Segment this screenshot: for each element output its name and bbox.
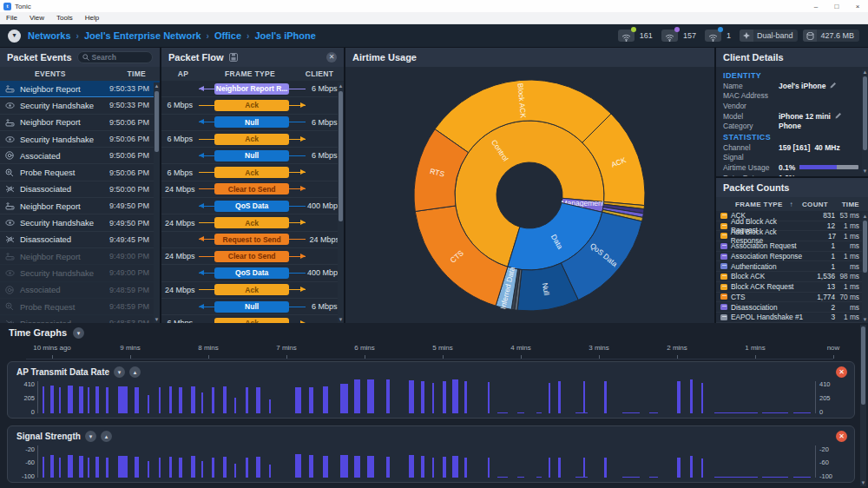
edit-pencil-icon[interactable] xyxy=(830,82,837,90)
frame-type-pill[interactable]: QoS Data xyxy=(214,201,288,212)
time-graphs-scrollbar[interactable]: ▼ xyxy=(860,325,866,486)
scroll-up-icon[interactable]: ▲ xyxy=(154,82,160,89)
scroll-down-icon[interactable]: ▼ xyxy=(862,316,868,323)
packet-count-row[interactable]: Disassociation2ms xyxy=(716,302,868,313)
breadcrumb-network[interactable]: Joel's Enterprise Network xyxy=(84,30,201,41)
packet-event-row[interactable]: Probe Request9:50:06 PM xyxy=(0,164,160,181)
frame-type-pill[interactable]: Clear to Send xyxy=(214,251,288,262)
breadcrumb-client[interactable]: Joel's iPhone xyxy=(254,30,315,41)
packet-flow-row[interactable]: 6 MbpsAck xyxy=(161,164,344,181)
breadcrumb-back-button[interactable]: ▾ xyxy=(8,30,21,43)
frame-type-column-header[interactable]: FRAME TYPE xyxy=(205,69,295,78)
scroll-down-icon[interactable]: ▼ xyxy=(154,316,160,323)
move-down-icon[interactable]: ▾ xyxy=(85,431,96,442)
frame-type-pill[interactable]: Ack xyxy=(214,217,288,228)
packet-count-row[interactable]: Block ACK1,53698 ms xyxy=(716,272,868,282)
packet-counts-scrollbar[interactable]: ▲ ▼ xyxy=(862,213,868,323)
packet-events-scrollbar[interactable]: ▲ ▼ xyxy=(154,82,160,323)
packet-event-row[interactable]: Associated9:50:06 PM xyxy=(0,148,160,164)
menu-help[interactable]: Help xyxy=(79,14,105,22)
packet-flow-row[interactable]: Request to Send24 Mbps xyxy=(161,232,344,248)
packet-event-row[interactable]: Probe Request9:48:59 PM xyxy=(0,299,160,315)
packet-event-row[interactable]: Neighbor Report9:50:06 PM xyxy=(0,115,160,131)
frame-type-pill[interactable]: Ack xyxy=(214,100,288,111)
client-column-header[interactable]: CLIENT xyxy=(295,69,344,78)
packet-flow-row[interactable]: 24 MbpsAck xyxy=(161,214,344,231)
search-input[interactable]: Search xyxy=(77,51,153,63)
frame-type-pill[interactable]: Ack xyxy=(214,167,288,178)
graph-plot-area[interactable]: 41041020520500 xyxy=(37,381,816,413)
frame-type-column-header[interactable]: FRAME TYPE xyxy=(735,201,783,208)
breadcrumb-networks[interactable]: Networks xyxy=(28,30,71,41)
collapse-section-icon[interactable]: ▾ xyxy=(73,327,84,339)
packet-event-row[interactable]: Security Handshake9:49:00 PM xyxy=(0,265,160,281)
frame-type-pill[interactable]: Null xyxy=(214,150,288,162)
packet-event-row[interactable]: Disassociated9:48:53 PM xyxy=(0,315,160,323)
packet-flow-row[interactable]: QoS Data400 Mbps xyxy=(161,198,344,214)
frame-type-pill[interactable]: Null xyxy=(214,301,288,313)
menu-tools[interactable]: Tools xyxy=(50,14,79,22)
menu-view[interactable]: View xyxy=(23,14,50,22)
packet-flow-row[interactable]: 24 MbpsAck xyxy=(161,282,344,299)
edit-pencil-icon[interactable] xyxy=(835,112,842,121)
frame-type-pill[interactable]: Request to Send xyxy=(214,234,288,245)
packet-event-row[interactable]: Neighbor Report9:50:33 PM xyxy=(0,81,160,97)
packet-count-row[interactable]: Block ACK Request131 ms xyxy=(716,282,868,293)
wifi-icon[interactable] xyxy=(705,30,721,42)
sort-ascending-icon[interactable]: ↑ xyxy=(790,201,793,208)
frame-type-pill[interactable]: Null xyxy=(214,116,288,128)
scroll-up-icon[interactable]: ▲ xyxy=(338,82,344,89)
scroll-down-icon[interactable]: ▼ xyxy=(862,168,868,175)
frame-type-pill[interactable]: Ack xyxy=(214,284,288,295)
timeline-ruler[interactable]: 10 mins ago9 mins8 mins7 mins6 mins5 min… xyxy=(26,342,833,359)
packet-count-row[interactable]: Add Block Ack Response171 ms xyxy=(716,231,868,241)
packet-flow-row[interactable]: 6 MbpsAck xyxy=(161,315,344,323)
menu-file[interactable]: File xyxy=(0,14,23,22)
wifi-icon[interactable] xyxy=(661,30,678,42)
packet-event-row[interactable]: Associated9:48:59 PM xyxy=(0,282,160,299)
scroll-up-icon[interactable]: ▲ xyxy=(862,213,868,220)
ap-column-header[interactable]: AP xyxy=(161,69,205,78)
packet-flow-row[interactable]: Null6 Mbps xyxy=(161,299,344,315)
packet-count-row[interactable]: Association Response11 ms xyxy=(716,252,868,262)
packet-event-row[interactable]: Security Handshake9:49:50 PM xyxy=(0,214,160,231)
close-icon[interactable]: ✕ xyxy=(326,52,337,63)
packet-count-row[interactable]: EAPOL Handshake #131 ms xyxy=(716,313,868,323)
packet-flow-row[interactable]: 6 MbpsAck xyxy=(161,97,344,114)
time-column-header[interactable]: TIME xyxy=(828,201,859,208)
frame-type-pill[interactable]: Neighbor Report R... xyxy=(214,83,288,95)
minimize-button[interactable]: – xyxy=(806,3,826,10)
graph-plot-area[interactable]: -20-20-60-60-100-100 xyxy=(37,445,816,478)
packet-event-row[interactable]: Neighbor Report9:49:50 PM xyxy=(0,198,160,214)
remove-graph-icon[interactable]: ✕ xyxy=(836,366,847,378)
packet-count-row[interactable]: Authentication1ms xyxy=(716,261,868,272)
wifi-icon[interactable] xyxy=(618,30,635,42)
packet-flow-row[interactable]: 24 MbpsClear to Send xyxy=(161,181,344,198)
events-column-header[interactable]: EVENTS xyxy=(35,69,66,78)
packet-count-row[interactable]: CTS1,77470 ms xyxy=(716,293,868,303)
move-down-icon[interactable]: ▾ xyxy=(114,366,125,378)
save-layout-icon[interactable] xyxy=(229,53,238,62)
frame-type-pill[interactable]: Ack xyxy=(214,134,288,145)
frame-type-pill[interactable]: QoS Data xyxy=(214,267,288,279)
close-button[interactable]: × xyxy=(847,3,868,10)
remove-graph-icon[interactable]: ✕ xyxy=(836,431,847,442)
maximize-button[interactable]: □ xyxy=(826,3,847,10)
packet-count-row[interactable]: Association Request1ms xyxy=(716,241,868,252)
capture-size-badge[interactable]: 427.6 MB xyxy=(803,30,859,42)
scroll-up-icon[interactable]: ▲ xyxy=(862,69,868,76)
client-details-scrollbar[interactable]: ▲ ▼ xyxy=(862,69,868,175)
scroll-down-icon[interactable]: ▼ xyxy=(860,479,866,486)
packet-event-row[interactable]: Neighbor Report9:49:00 PM xyxy=(0,248,160,265)
dual-band-badge[interactable]: Dual-band xyxy=(740,30,799,42)
move-up-icon[interactable]: ▴ xyxy=(129,366,141,378)
packet-flow-row[interactable]: 6 MbpsAck xyxy=(161,131,344,148)
packet-flow-row[interactable]: Null6 Mbps xyxy=(161,115,344,131)
scroll-down-icon[interactable]: ▼ xyxy=(338,316,344,323)
packet-flow-row[interactable]: Neighbor Report R...6 Mbps xyxy=(161,81,344,97)
packet-flow-row[interactable]: 24 MbpsClear to Send xyxy=(161,248,344,265)
packet-event-row[interactable]: Security Handshake9:50:33 PM xyxy=(0,97,160,114)
packet-event-row[interactable]: Disassociated9:50:00 PM xyxy=(0,181,160,198)
breadcrumb-ssid[interactable]: Office xyxy=(214,30,241,41)
count-column-header[interactable]: COUNT xyxy=(802,201,828,208)
